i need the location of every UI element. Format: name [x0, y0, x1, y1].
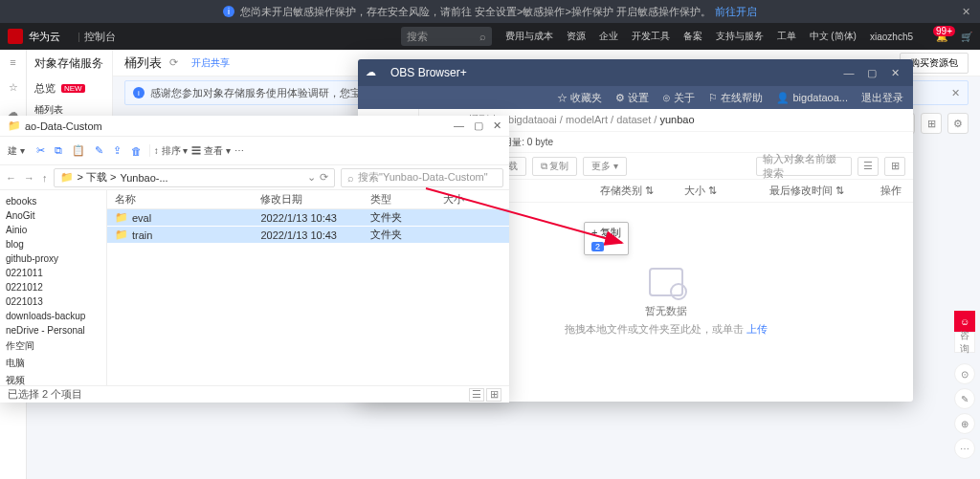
- more-button[interactable]: 更多 ▾: [583, 157, 627, 176]
- refresh-icon[interactable]: ⟳: [320, 171, 328, 184]
- tree-node[interactable]: Ainio: [0, 223, 106, 237]
- float-icon[interactable]: ⊙: [954, 363, 975, 384]
- rename-icon[interactable]: ✎: [95, 144, 103, 157]
- tree-node[interactable]: 视频: [0, 372, 106, 385]
- tree-node[interactable]: 0221012: [0, 280, 106, 294]
- close-icon[interactable]: ✕: [962, 6, 970, 18]
- folder-icon: 📁: [115, 211, 128, 224]
- minimize-icon[interactable]: —: [454, 120, 464, 132]
- maximize-icon[interactable]: ▢: [861, 64, 882, 81]
- warning-link[interactable]: 前往开启: [715, 5, 757, 19]
- notifications-icon[interactable]: 🔔99+: [936, 32, 947, 42]
- sort-button[interactable]: ↕ 排序 ▾: [154, 144, 189, 158]
- tree-node[interactable]: github-proxy: [0, 251, 106, 266]
- menu-favorites[interactable]: ☆ 收藏夹: [557, 91, 602, 105]
- global-search-input[interactable]: 搜索 ⌕: [401, 27, 492, 46]
- more-icon[interactable]: ⋯: [234, 145, 244, 156]
- drag-count: 2: [591, 242, 604, 251]
- tree-node[interactable]: 电脑: [0, 355, 106, 372]
- float-icon[interactable]: ✎: [954, 388, 975, 409]
- new-button[interactable]: 建 ▾: [8, 144, 25, 158]
- brand-name[interactable]: 华为云: [29, 30, 60, 44]
- paste-icon[interactable]: 📋: [72, 144, 85, 157]
- tree-node[interactable]: 0221011: [0, 266, 106, 280]
- nav-user[interactable]: xiaozhch5: [870, 32, 913, 42]
- close-icon[interactable]: ✕: [951, 87, 960, 99]
- float-circle-buttons: ⊙ ✎ ⊕ ⋯: [954, 363, 975, 463]
- tree-node[interactable]: downloads-backup: [0, 309, 106, 323]
- share-link[interactable]: 开启共享: [191, 56, 230, 70]
- view-button[interactable]: ☰ 查看 ▾: [191, 144, 231, 158]
- nav-link[interactable]: 工单: [777, 30, 796, 43]
- col-name[interactable]: 名称: [115, 192, 260, 207]
- tree-node[interactable]: neDrive - Personal: [0, 323, 106, 337]
- details-view-icon[interactable]: ☰: [469, 388, 484, 402]
- list-view-icon[interactable]: ☰: [858, 157, 879, 176]
- menu-logout[interactable]: 退出登录: [861, 91, 903, 105]
- maximize-icon[interactable]: ▢: [474, 120, 483, 132]
- upload-link[interactable]: 上传: [746, 323, 768, 335]
- tool-btn[interactable]: ⚙: [947, 113, 969, 134]
- tool-btn[interactable]: ⊞: [921, 113, 942, 134]
- menu-settings[interactable]: ⚙ 设置: [615, 91, 649, 105]
- nav-link[interactable]: 中文 (简体): [810, 30, 857, 43]
- help-text[interactable]: 咨询: [954, 332, 975, 353]
- menu-help[interactable]: ⚐ 在线帮助: [708, 91, 763, 105]
- minimize-icon[interactable]: —: [838, 64, 859, 81]
- refresh-icon[interactable]: ⟳: [169, 56, 178, 69]
- share-icon[interactable]: ⇪: [113, 144, 122, 157]
- list-item[interactable]: 📁eval 2022/1/13 10:43 文件夹: [107, 209, 509, 227]
- obs-titlebar[interactable]: ☁ OBS Browser+ — ▢ ✕: [358, 59, 913, 86]
- nav-link[interactable]: 备案: [683, 30, 702, 43]
- nav-link[interactable]: 费用与成本: [505, 30, 553, 43]
- nav-link[interactable]: 企业: [599, 30, 618, 43]
- tree-node[interactable]: AnoGit: [0, 208, 106, 223]
- col-size[interactable]: 大小 ⇅: [684, 184, 768, 198]
- col-type[interactable]: 类型: [370, 192, 443, 207]
- col-size[interactable]: 大小: [443, 192, 501, 207]
- console-link[interactable]: 控制台: [84, 30, 116, 44]
- list-item[interactable]: 📁train 2022/1/13 10:43 文件夹: [107, 227, 509, 244]
- obs-search-input[interactable]: 输入对象名前缀搜索: [756, 157, 852, 176]
- tree-node[interactable]: ebooks: [0, 194, 106, 208]
- chevron-down-icon[interactable]: ⌄: [307, 171, 316, 184]
- cart-icon[interactable]: 🛒: [961, 32, 972, 42]
- close-icon[interactable]: ✕: [493, 120, 501, 132]
- forward-icon[interactable]: →: [24, 172, 34, 184]
- col-date[interactable]: 修改日期: [260, 192, 369, 207]
- fe-path-input[interactable]: 📁 > 下载 > Yunbao-... ⌄ ⟳: [54, 168, 336, 187]
- fe-tree: ebooks AnoGit Ainio blog github-proxy 02…: [0, 190, 107, 385]
- close-icon[interactable]: ✕: [884, 64, 905, 81]
- fe-titlebar[interactable]: 📁 ao-Data-Custom — ▢ ✕: [0, 116, 509, 137]
- huawei-logo[interactable]: [8, 29, 23, 44]
- cut-icon[interactable]: ✂: [36, 144, 45, 157]
- menu-about[interactable]: ⊙ 关于: [662, 91, 695, 105]
- nav-link[interactable]: 开发工具: [632, 30, 670, 43]
- search-placeholder: 搜索: [407, 30, 428, 44]
- delete-icon[interactable]: 🗑: [131, 145, 142, 157]
- menu-user[interactable]: 👤 bigdataoa...: [776, 92, 848, 104]
- nav-link[interactable]: 资源: [567, 30, 586, 43]
- crumb[interactable]: bigdataoai: [508, 114, 557, 125]
- fe-search-input[interactable]: ⌕ 搜索"Yunbao-Data-Custom": [341, 168, 503, 187]
- copy-button[interactable]: ⧉ 复制: [532, 157, 578, 176]
- tree-node[interactable]: blog: [0, 237, 106, 251]
- grid-view-icon[interactable]: ⊞: [884, 157, 905, 176]
- crumb[interactable]: dataset: [616, 114, 651, 125]
- copy-icon[interactable]: ⧉: [55, 144, 62, 157]
- nav-link[interactable]: 支持与服务: [716, 30, 764, 43]
- float-icon[interactable]: ⊕: [954, 413, 975, 434]
- buckets-link[interactable]: 桶列表: [34, 103, 104, 117]
- thumb-view-icon[interactable]: ⊞: [486, 388, 501, 402]
- col-modified[interactable]: 最后修改时间 ⇅: [769, 184, 854, 198]
- overview-link[interactable]: 总览: [34, 81, 56, 96]
- crumb[interactable]: modelArt: [566, 114, 608, 125]
- menu-icon[interactable]: ≡: [6, 55, 21, 69]
- tree-node[interactable]: 0221013: [0, 294, 106, 309]
- tree-node[interactable]: 作空间: [0, 337, 106, 355]
- float-icon[interactable]: ⋯: [954, 438, 975, 459]
- col-class[interactable]: 存储类别 ⇅: [600, 184, 684, 198]
- back-icon[interactable]: ←: [6, 172, 16, 184]
- up-icon[interactable]: ↑: [42, 172, 48, 184]
- star-icon[interactable]: ☆: [6, 80, 21, 94]
